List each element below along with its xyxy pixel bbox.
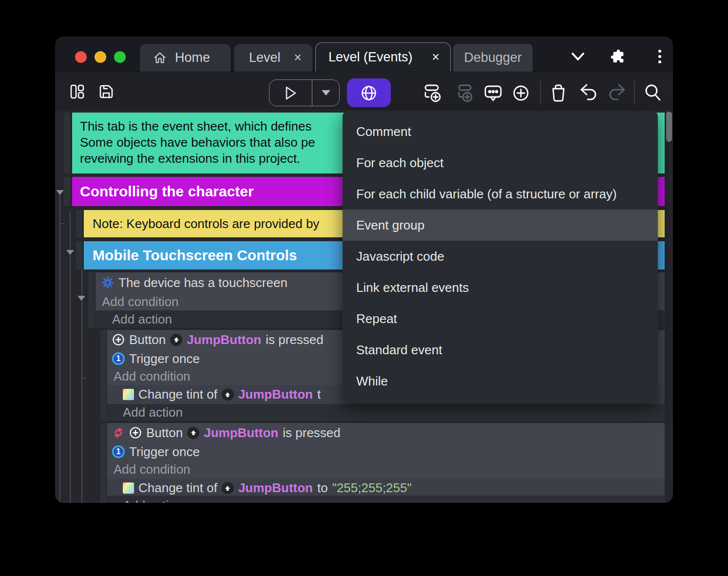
search-icon[interactable] <box>643 82 663 103</box>
action-prefix: Change tint of <box>138 387 217 402</box>
up-arrow-icon <box>222 482 234 494</box>
undo-icon[interactable] <box>577 82 599 103</box>
block-gutter[interactable] <box>64 177 70 206</box>
condition-text: Trigger once <box>129 444 200 460</box>
block-gutter[interactable] <box>76 210 82 237</box>
condition-text: Trigger once <box>129 351 200 366</box>
collapse-arrow-icon[interactable] <box>77 296 85 301</box>
menu-item-for-each-object[interactable]: For each object <box>343 147 658 178</box>
chevron-down-icon[interactable] <box>570 48 586 65</box>
tab-label: Debugger <box>464 50 522 65</box>
button-object-icon <box>129 426 142 439</box>
object-name: JumpButton <box>187 332 261 347</box>
menu-item-comment[interactable]: Comment <box>343 116 658 147</box>
object-name: JumpButton <box>238 480 313 496</box>
tab-label: Level <box>249 50 281 65</box>
object-name: JumpButton <box>238 387 313 402</box>
up-arrow-icon <box>187 427 199 439</box>
globe-icon <box>360 84 378 102</box>
menu-item-javascript-code[interactable]: Javascript code <box>343 241 658 272</box>
caret-down-icon <box>322 90 330 96</box>
save-icon[interactable] <box>97 82 115 101</box>
close-icon[interactable]: × <box>432 51 440 64</box>
gear-icon <box>101 276 114 289</box>
action-row-change-tint-2[interactable]: Change tint of JumpButton to "255;255;25… <box>107 479 665 498</box>
group-title: Mobile Touchscreen Controls <box>93 247 297 263</box>
tab-level[interactable]: Level × <box>234 44 312 72</box>
app-window: Home Level × Level (Events) × Debugger <box>55 37 673 503</box>
object-name: JumpButton <box>204 425 278 441</box>
block-gutter[interactable] <box>100 423 107 503</box>
tab-level-events-active[interactable]: Level (Events) × <box>315 42 451 72</box>
redo-icon[interactable] <box>607 82 628 103</box>
indent-guide <box>70 212 71 503</box>
toolbar-divider <box>540 81 541 104</box>
tab-bar: Home Level × Level (Events) × Debugger <box>55 37 673 72</box>
block-gutter[interactable] <box>76 241 82 269</box>
group-title: Controlling the character <box>80 183 254 199</box>
kebab-menu-icon[interactable] <box>651 48 668 65</box>
menu-item-standard-event[interactable]: Standard event <box>343 334 658 365</box>
up-arrow-icon <box>222 388 234 401</box>
tab-debugger[interactable]: Debugger <box>453 44 533 72</box>
condition-prefix: Button <box>146 425 183 441</box>
tab-label: Home <box>175 50 210 65</box>
tab-home[interactable]: Home <box>140 44 230 72</box>
menu-item-link-external-events[interactable]: Link external events <box>343 272 658 303</box>
condition-suffix: is pressed <box>266 332 324 347</box>
condition-prefix: Button <box>129 332 166 347</box>
indent-tick <box>81 378 86 379</box>
tint-palette-icon <box>123 389 134 400</box>
collapse-arrow-icon[interactable] <box>66 250 74 255</box>
action-suffix: to <box>317 480 328 496</box>
tint-palette-icon <box>123 482 134 494</box>
toolbar-divider <box>634 81 635 104</box>
trigger-once-icon: 1 <box>112 352 125 365</box>
add-action-link[interactable]: Add action <box>107 404 665 421</box>
menu-item-repeat[interactable]: Repeat <box>343 303 658 334</box>
close-icon[interactable]: × <box>294 51 302 64</box>
add-action-link[interactable]: Add action <box>107 496 665 503</box>
traffic-light-maximize[interactable] <box>114 51 126 63</box>
puzzle-extension-icon[interactable] <box>610 48 626 65</box>
scrollbar-thumb[interactable] <box>666 112 672 142</box>
block-gutter[interactable] <box>64 113 70 173</box>
button-object-icon <box>112 333 125 346</box>
play-split-button <box>269 79 340 106</box>
trigger-once-icon: 1 <box>112 445 125 458</box>
tab-label: Level (Events) <box>328 50 413 65</box>
delete-icon[interactable] <box>548 82 569 103</box>
block-gutter[interactable] <box>100 330 107 421</box>
menu-item-for-each-child-variable[interactable]: For each child variable (of a structure … <box>343 178 658 210</box>
block-gutter[interactable] <box>88 272 95 328</box>
indent-guide <box>59 192 60 503</box>
condition-row[interactable]: Button JumpButton is pressed <box>107 423 665 442</box>
menu-item-event-group[interactable]: Event group <box>343 210 658 241</box>
collapse-arrow-icon[interactable] <box>56 190 64 195</box>
play-dropdown-button[interactable] <box>312 80 339 106</box>
add-comment-icon[interactable] <box>482 82 504 104</box>
menu-item-while[interactable]: While <box>343 365 658 397</box>
indent-guide <box>81 256 82 503</box>
play-button[interactable] <box>269 80 312 106</box>
condition-row[interactable]: 1 Trigger once <box>107 442 665 461</box>
action-suffix: t <box>317 387 321 402</box>
add-condition-link[interactable]: Add condition <box>107 461 665 478</box>
add-sub-event-icon[interactable] <box>453 82 476 104</box>
screen: Home Level × Level (Events) × Debugger <box>0 0 728 576</box>
indent-tick <box>59 223 64 224</box>
action-value: "255;255;255" <box>332 480 412 496</box>
action-prefix: Change tint of <box>138 480 217 496</box>
traffic-light-close[interactable] <box>75 51 87 63</box>
global-events-button[interactable] <box>347 78 391 107</box>
inverted-condition-icon <box>112 426 125 439</box>
home-icon <box>153 51 167 65</box>
add-circle-icon[interactable] <box>510 82 532 104</box>
traffic-light-minimize[interactable] <box>95 51 106 63</box>
event-block-jumpbutton-2[interactable]: Button JumpButton is pressed 1 Trigger o… <box>107 423 665 479</box>
up-arrow-icon <box>170 334 182 346</box>
layout-panels-icon[interactable] <box>68 82 86 101</box>
add-event-icon[interactable] <box>421 82 445 104</box>
condition-suffix: is pressed <box>283 425 341 441</box>
toolbar <box>55 72 673 110</box>
